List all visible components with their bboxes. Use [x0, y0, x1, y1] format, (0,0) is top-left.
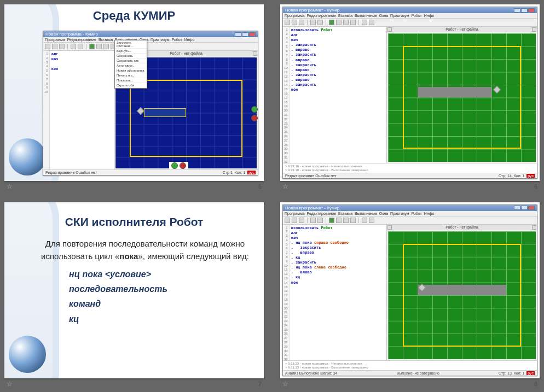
- control-green[interactable]: [171, 162, 178, 169]
- minimize-button[interactable]: [235, 32, 241, 37]
- menu-item[interactable]: Редактирование: [307, 212, 336, 215]
- menu-item[interactable]: Вставка: [338, 14, 352, 17]
- toolbar-button[interactable]: [310, 218, 316, 223]
- toolbar-button[interactable]: [292, 218, 297, 223]
- menu-item[interactable]: Робот: [412, 212, 422, 215]
- toolbar-button[interactable]: [45, 44, 50, 49]
- dropdown-item[interactable]: Новая обстановка: [115, 68, 147, 73]
- separator: [326, 218, 326, 223]
- menu-item[interactable]: Программа: [285, 212, 305, 215]
- toolbar-button[interactable]: [369, 218, 374, 223]
- dropdown-item[interactable]: Вернуть...: [115, 49, 147, 54]
- dropdown-item[interactable]: Сохранить: [115, 54, 147, 58]
- close-button[interactable]: [528, 8, 535, 13]
- slide-number: 6: [534, 183, 537, 190]
- run-button[interactable]: [329, 218, 334, 223]
- menu-item[interactable]: Выполнение: [355, 14, 377, 17]
- robot-close-button[interactable]: [532, 225, 536, 230]
- menu-item[interactable]: Робот: [412, 14, 422, 17]
- robot-dock-button[interactable]: [387, 27, 392, 32]
- star-icon[interactable]: ☆: [282, 183, 288, 190]
- code-pane[interactable]: 1 2 3 4 5 6 7 8 9 10 11 12 13 14 15 16 1…: [283, 27, 387, 163]
- minimize-button[interactable]: [514, 8, 520, 13]
- para-bold: пока: [119, 251, 138, 261]
- menu-item[interactable]: Инфо: [184, 38, 195, 42]
- menu-item[interactable]: Редактирование: [67, 38, 96, 42]
- dropdown-item[interactable]: Загрузить обстанов...: [115, 40, 147, 49]
- app-title: Новая программа* - Кумир: [285, 8, 339, 13]
- toolbar-button[interactable]: [103, 44, 109, 49]
- toolbar-button[interactable]: [292, 20, 297, 25]
- menu-item[interactable]: Инфо: [424, 212, 435, 215]
- dropdown-item[interactable]: Показать...: [115, 78, 147, 83]
- minimize-button[interactable]: [514, 206, 520, 210]
- toolbar-button[interactable]: [78, 44, 83, 49]
- toolbar-button[interactable]: [343, 218, 349, 223]
- toolbar-button[interactable]: [310, 20, 316, 25]
- toolbar-button[interactable]: [350, 218, 356, 223]
- toolbar-button[interactable]: [362, 20, 367, 25]
- toolbar-button[interactable]: [336, 218, 342, 223]
- menu-item[interactable]: Программа: [45, 38, 65, 42]
- app-title: Новая программа* - Кумир: [285, 206, 339, 210]
- close-button[interactable]: [528, 206, 535, 210]
- close-button[interactable]: [249, 32, 256, 37]
- menu-item[interactable]: Окна: [379, 212, 388, 215]
- code-pane[interactable]: 1 2 3 4 5 6 7 8 9 10 алг нач кон: [43, 51, 114, 169]
- dropdown-item[interactable]: Печать в с...: [115, 73, 147, 78]
- run-button[interactable]: [329, 20, 334, 25]
- menu-item[interactable]: Выполнение: [355, 212, 377, 215]
- toolbar-button[interactable]: [71, 44, 76, 49]
- toolbar-button[interactable]: [52, 44, 57, 49]
- control-green[interactable]: [251, 106, 258, 113]
- maximize-button[interactable]: [521, 206, 528, 210]
- menu-item[interactable]: Программа: [285, 14, 305, 17]
- robot-close-button[interactable]: [253, 51, 257, 56]
- dropdown-item[interactable]: Скрыть оба: [115, 83, 147, 88]
- control-red[interactable]: [251, 115, 258, 121]
- robot-close-button[interactable]: [532, 27, 536, 32]
- menu-item[interactable]: Практикум: [390, 14, 409, 17]
- toolbar-button[interactable]: [299, 218, 304, 223]
- toolbar-button[interactable]: [336, 20, 342, 25]
- toolbar-button[interactable]: [369, 20, 374, 25]
- maximize-button[interactable]: [521, 8, 528, 13]
- status-mid: Выполнение завершено: [397, 371, 439, 375]
- robot-grid[interactable]: [388, 231, 536, 360]
- separator: [358, 20, 359, 25]
- toolbar-button[interactable]: [317, 218, 323, 223]
- menu-item[interactable]: Вставка: [338, 212, 352, 215]
- toolbar-button[interactable]: [317, 20, 323, 25]
- menu-item[interactable]: Практикум: [390, 212, 409, 215]
- star-icon[interactable]: ☆: [282, 380, 288, 388]
- menu-item[interactable]: Окна: [379, 14, 388, 17]
- menu-item[interactable]: Вставка: [99, 38, 113, 42]
- robot-grid[interactable]: [388, 33, 536, 162]
- menu-item[interactable]: Инфо: [424, 14, 435, 17]
- star-icon[interactable]: ☆: [7, 380, 13, 388]
- toolbar-button[interactable]: [59, 44, 65, 49]
- run-button[interactable]: [89, 44, 95, 49]
- toolbar-button[interactable]: [299, 20, 304, 25]
- code-text: использовать Робот алг нач . закрасить .…: [290, 27, 334, 163]
- star-icon[interactable]: ☆: [7, 183, 13, 190]
- menu-item[interactable]: Робот: [172, 38, 182, 42]
- maximize-button[interactable]: [242, 32, 248, 37]
- toolbar-button[interactable]: [285, 20, 290, 25]
- slide-footer: ☆ 8: [280, 378, 540, 388]
- control-red[interactable]: [180, 162, 186, 169]
- toolbar-button[interactable]: [285, 218, 290, 223]
- line-numbers: 1 2 3 4 5 6 7 8 9 10: [43, 51, 50, 169]
- toolbar-button[interactable]: [362, 218, 367, 223]
- menu-item[interactable]: Практикум: [151, 38, 169, 42]
- toolbar-button[interactable]: [96, 44, 102, 49]
- robot-dock-button[interactable]: [387, 225, 392, 230]
- separator: [358, 218, 359, 223]
- menu-item[interactable]: Редактирование: [307, 14, 336, 17]
- dropdown-item[interactable]: Сохранить как: [115, 58, 147, 63]
- code-pane[interactable]: 1 2 3 4 5 6 7 8 9 10 11 12 13 14 15 16 1…: [283, 225, 387, 361]
- toolbar-button[interactable]: [350, 20, 356, 25]
- toolbar-button[interactable]: [343, 20, 349, 25]
- dropdown-item[interactable]: Авто-движ...: [115, 63, 147, 68]
- log-pane: > 9:11:23 - новая программа - Начало вып…: [283, 360, 537, 370]
